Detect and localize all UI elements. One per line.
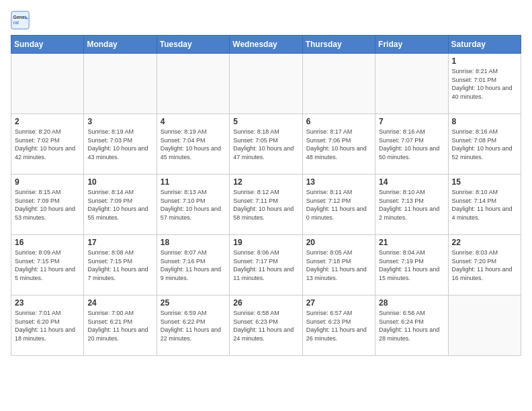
- day-info: Sunrise: 8:12 AM Sunset: 7:11 PM Dayligh…: [233, 188, 298, 222]
- logo-icon: Gene ral: [11, 11, 30, 30]
- calendar-table: SundayMondayTuesdayWednesdayThursdayFrid…: [11, 35, 521, 356]
- day-number: 4: [161, 117, 226, 126]
- calendar-cell: 20Sunrise: 8:05 AM Sunset: 7:18 PM Dayli…: [302, 235, 375, 295]
- day-number: 3: [87, 117, 152, 126]
- calendar-cell: [230, 54, 302, 114]
- day-number: 5: [233, 117, 298, 126]
- day-info: Sunrise: 8:19 AM Sunset: 7:04 PM Dayligh…: [161, 128, 226, 161]
- calendar-cell: 3Sunrise: 8:19 AM Sunset: 7:03 PM Daylig…: [84, 114, 157, 175]
- calendar-cell: 9Sunrise: 8:15 AM Sunset: 7:09 PM Daylig…: [11, 175, 84, 235]
- day-info: Sunrise: 7:00 AM Sunset: 6:21 PM Dayligh…: [87, 309, 152, 342]
- logo: Gene ral: [11, 11, 32, 30]
- calendar-cell: 8Sunrise: 8:16 AM Sunset: 7:08 PM Daylig…: [448, 114, 521, 175]
- day-info: Sunrise: 8:13 AM Sunset: 7:10 PM Dayligh…: [161, 188, 226, 222]
- calendar-cell: 17Sunrise: 8:08 AM Sunset: 7:15 PM Dayli…: [84, 235, 157, 295]
- calendar-cell: 22Sunrise: 8:03 AM Sunset: 7:20 PM Dayli…: [448, 235, 521, 295]
- day-info: Sunrise: 6:58 AM Sunset: 6:23 PM Dayligh…: [233, 309, 298, 342]
- day-number: 19: [233, 238, 298, 247]
- day-info: Sunrise: 8:18 AM Sunset: 7:05 PM Dayligh…: [233, 128, 298, 161]
- day-info: Sunrise: 8:06 AM Sunset: 7:17 PM Dayligh…: [233, 248, 298, 282]
- day-number: 12: [233, 177, 298, 187]
- calendar-cell: [157, 54, 229, 114]
- calendar-cell: 25Sunrise: 6:59 AM Sunset: 6:22 PM Dayli…: [157, 295, 229, 356]
- day-info: Sunrise: 6:57 AM Sunset: 6:23 PM Dayligh…: [306, 309, 371, 342]
- day-info: Sunrise: 8:05 AM Sunset: 7:18 PM Dayligh…: [306, 248, 371, 282]
- calendar-week-4: 16Sunrise: 8:09 AM Sunset: 7:15 PM Dayli…: [11, 235, 521, 295]
- day-number: 11: [161, 177, 226, 187]
- day-info: Sunrise: 6:59 AM Sunset: 6:22 PM Dayligh…: [161, 309, 226, 342]
- day-number: 28: [379, 298, 444, 308]
- day-info: Sunrise: 8:16 AM Sunset: 7:08 PM Dayligh…: [452, 128, 517, 161]
- day-info: Sunrise: 8:10 AM Sunset: 7:13 PM Dayligh…: [379, 188, 444, 222]
- day-number: 18: [161, 238, 226, 247]
- calendar-week-3: 9Sunrise: 8:15 AM Sunset: 7:09 PM Daylig…: [11, 175, 521, 235]
- calendar-week-5: 23Sunrise: 7:01 AM Sunset: 6:20 PM Dayli…: [11, 295, 521, 356]
- day-number: 10: [87, 177, 152, 187]
- calendar-cell: 10Sunrise: 8:14 AM Sunset: 7:09 PM Dayli…: [84, 175, 157, 235]
- day-number: 21: [379, 238, 444, 247]
- day-info: Sunrise: 8:07 AM Sunset: 7:16 PM Dayligh…: [161, 248, 226, 282]
- day-info: Sunrise: 8:10 AM Sunset: 7:14 PM Dayligh…: [452, 188, 517, 222]
- day-number: 20: [306, 238, 371, 247]
- calendar-cell: 18Sunrise: 8:07 AM Sunset: 7:16 PM Dayli…: [157, 235, 229, 295]
- day-number: 27: [306, 298, 371, 308]
- day-info: Sunrise: 8:08 AM Sunset: 7:15 PM Dayligh…: [87, 248, 152, 282]
- calendar-cell: 13Sunrise: 8:11 AM Sunset: 7:12 PM Dayli…: [302, 175, 375, 235]
- day-info: Sunrise: 8:03 AM Sunset: 7:20 PM Dayligh…: [452, 248, 517, 282]
- weekday-header-friday: Friday: [375, 36, 448, 54]
- day-number: 16: [15, 238, 80, 247]
- day-number: 8: [452, 117, 517, 126]
- day-info: Sunrise: 8:20 AM Sunset: 7:02 PM Dayligh…: [15, 128, 80, 161]
- calendar-cell: [375, 54, 448, 114]
- calendar-cell: 24Sunrise: 7:00 AM Sunset: 6:21 PM Dayli…: [84, 295, 157, 356]
- calendar-cell: 27Sunrise: 6:57 AM Sunset: 6:23 PM Dayli…: [302, 295, 375, 356]
- day-info: Sunrise: 6:56 AM Sunset: 6:24 PM Dayligh…: [379, 309, 444, 342]
- weekday-header-monday: Monday: [84, 36, 157, 54]
- day-number: 24: [87, 298, 152, 308]
- day-info: Sunrise: 8:14 AM Sunset: 7:09 PM Dayligh…: [87, 188, 152, 222]
- weekday-header-saturday: Saturday: [448, 36, 521, 54]
- calendar-cell: 4Sunrise: 8:19 AM Sunset: 7:04 PM Daylig…: [157, 114, 229, 175]
- day-number: 23: [15, 298, 80, 308]
- calendar-cell: [11, 54, 84, 114]
- weekday-header-tuesday: Tuesday: [157, 36, 229, 54]
- day-number: 1: [452, 56, 517, 66]
- calendar-cell: 7Sunrise: 8:16 AM Sunset: 7:07 PM Daylig…: [375, 114, 448, 175]
- calendar-cell: 15Sunrise: 8:10 AM Sunset: 7:14 PM Dayli…: [448, 175, 521, 235]
- day-info: Sunrise: 8:16 AM Sunset: 7:07 PM Dayligh…: [379, 128, 444, 161]
- calendar-cell: 12Sunrise: 8:12 AM Sunset: 7:11 PM Dayli…: [230, 175, 302, 235]
- weekday-header-sunday: Sunday: [11, 36, 84, 54]
- weekday-header-row: SundayMondayTuesdayWednesdayThursdayFrid…: [11, 36, 521, 54]
- day-number: 22: [452, 238, 517, 247]
- svg-text:ral: ral: [13, 20, 19, 25]
- calendar-cell: 1Sunrise: 8:21 AM Sunset: 7:01 PM Daylig…: [448, 54, 521, 114]
- day-info: Sunrise: 8:21 AM Sunset: 7:01 PM Dayligh…: [452, 67, 517, 101]
- day-number: 6: [306, 117, 371, 126]
- calendar-cell: [302, 54, 375, 114]
- page-header: Gene ral: [11, 11, 521, 30]
- calendar-cell: 6Sunrise: 8:17 AM Sunset: 7:06 PM Daylig…: [302, 114, 375, 175]
- calendar-week-1: 1Sunrise: 8:21 AM Sunset: 7:01 PM Daylig…: [11, 54, 521, 114]
- day-info: Sunrise: 8:09 AM Sunset: 7:15 PM Dayligh…: [15, 248, 80, 282]
- day-info: Sunrise: 8:17 AM Sunset: 7:06 PM Dayligh…: [306, 128, 371, 161]
- day-number: 17: [87, 238, 152, 247]
- calendar-cell: [84, 54, 157, 114]
- day-number: 26: [233, 298, 298, 308]
- day-number: 2: [15, 117, 80, 126]
- day-info: Sunrise: 8:04 AM Sunset: 7:19 PM Dayligh…: [379, 248, 444, 282]
- calendar-cell: 16Sunrise: 8:09 AM Sunset: 7:15 PM Dayli…: [11, 235, 84, 295]
- day-info: Sunrise: 8:15 AM Sunset: 7:09 PM Dayligh…: [15, 188, 80, 222]
- calendar-cell: 2Sunrise: 8:20 AM Sunset: 7:02 PM Daylig…: [11, 114, 84, 175]
- day-info: Sunrise: 8:11 AM Sunset: 7:12 PM Dayligh…: [306, 188, 371, 222]
- calendar-cell: 28Sunrise: 6:56 AM Sunset: 6:24 PM Dayli…: [375, 295, 448, 356]
- day-number: 13: [306, 177, 371, 187]
- calendar-cell: 23Sunrise: 7:01 AM Sunset: 6:20 PM Dayli…: [11, 295, 84, 356]
- calendar-cell: 19Sunrise: 8:06 AM Sunset: 7:17 PM Dayli…: [230, 235, 302, 295]
- weekday-header-thursday: Thursday: [302, 36, 375, 54]
- calendar-cell: 11Sunrise: 8:13 AM Sunset: 7:10 PM Dayli…: [157, 175, 229, 235]
- calendar-week-2: 2Sunrise: 8:20 AM Sunset: 7:02 PM Daylig…: [11, 114, 521, 175]
- calendar-cell: 26Sunrise: 6:58 AM Sunset: 6:23 PM Dayli…: [230, 295, 302, 356]
- day-number: 14: [379, 177, 444, 187]
- day-info: Sunrise: 7:01 AM Sunset: 6:20 PM Dayligh…: [15, 309, 80, 342]
- calendar-cell: 21Sunrise: 8:04 AM Sunset: 7:19 PM Dayli…: [375, 235, 448, 295]
